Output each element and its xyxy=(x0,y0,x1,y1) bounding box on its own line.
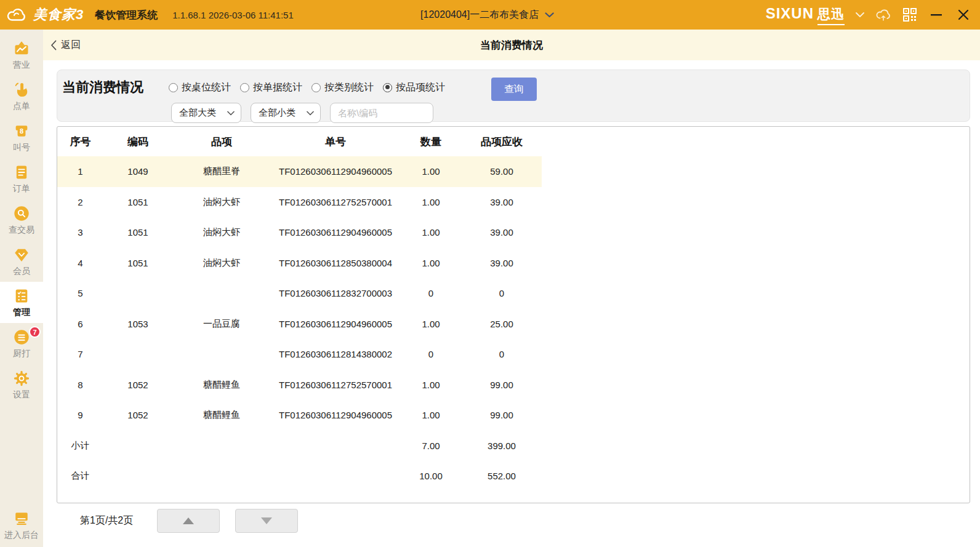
member-icon xyxy=(12,246,31,264)
sidebar-item-orders[interactable]: 订单 xyxy=(0,158,43,199)
table-row[interactable]: 11049糖醋里脊TF012603061129049600051.0059.00 xyxy=(57,156,542,187)
page-up-button[interactable] xyxy=(157,509,220,533)
trade-icon xyxy=(12,204,31,223)
sidebar-item-member[interactable]: 会员 xyxy=(0,241,43,282)
radio-label: 按桌位统计 xyxy=(182,81,231,94)
table-cell: 5 xyxy=(57,288,103,298)
sidebar: 营业点单8叫号订单查交易会员管理7厨打设置 进入后台 xyxy=(0,30,43,547)
brand-chevron-down-icon[interactable] xyxy=(856,12,864,17)
table-row[interactable]: 5TF0126030611283270000300 xyxy=(57,278,542,309)
table-row[interactable]: 31051油焖大虾TF012603061129049600051.0039.00 xyxy=(57,217,542,248)
app-name: 美食家3 xyxy=(33,6,84,24)
brand-cn: 思迅 xyxy=(817,6,845,25)
page-title: 当前消费情况 xyxy=(43,38,980,52)
table-cell: 0 xyxy=(462,349,542,359)
sidebar-item-settings[interactable]: 设置 xyxy=(0,364,43,405)
radio-option-0[interactable]: 按桌位统计 xyxy=(169,81,231,94)
sidebar-item-label: 点单 xyxy=(13,101,30,112)
chevron-left-icon xyxy=(50,40,57,50)
table-cell: 9 xyxy=(57,410,103,420)
table-cell: 7 xyxy=(57,349,103,359)
table-cell: TF01260306112904960005 xyxy=(271,410,400,420)
radio-option-3[interactable]: 按品项统计 xyxy=(383,81,445,94)
sidebar-item-order[interactable]: 点单 xyxy=(0,76,43,117)
table-cell: 1.00 xyxy=(400,166,462,177)
total-qty: 10.00 xyxy=(400,471,462,481)
table-row[interactable]: 81052糖醋鲤鱼TF012603061127525700011.0099.00 xyxy=(57,370,542,401)
search-input[interactable] xyxy=(330,103,433,123)
table-row[interactable]: 21051油焖大虾TF012603061127525700011.0039.00 xyxy=(57,187,542,218)
sidebar-item-trade[interactable]: 查交易 xyxy=(0,199,43,241)
page-down-button[interactable] xyxy=(235,509,298,533)
cloud-sync-icon[interactable] xyxy=(875,8,891,22)
pagination: 第1页/共2页 xyxy=(57,509,970,533)
table-cell: 1052 xyxy=(103,380,172,390)
category-select[interactable]: 全部大类 xyxy=(171,103,241,123)
table-cell: 油焖大虾 xyxy=(172,226,271,238)
col-header-seq: 序号 xyxy=(57,135,103,149)
order-icon xyxy=(12,81,31,99)
radio-circle-icon xyxy=(311,83,321,92)
sidebar-item-label: 设置 xyxy=(13,389,30,401)
sidebar-item-business[interactable]: 营业 xyxy=(0,34,43,76)
radio-option-2[interactable]: 按类别统计 xyxy=(311,81,374,94)
radio-option-1[interactable]: 按单据统计 xyxy=(240,81,302,94)
sidebar-item-label: 进入后台 xyxy=(4,530,39,541)
table-cell: 油焖大虾 xyxy=(172,196,271,208)
table-cell: 糖醋鲤鱼 xyxy=(172,379,271,391)
table-cell: TF01260306112832700003 xyxy=(271,288,400,298)
minimize-button[interactable] xyxy=(928,7,944,23)
sidebar-item-label: 叫号 xyxy=(13,142,30,153)
table-cell: 1.00 xyxy=(400,197,462,207)
table-cell: 39.00 xyxy=(462,258,542,268)
topbar-left: 美食家3 餐饮管理系统 1.1.68.1 2026-03-06 11:41:51 xyxy=(6,6,294,24)
col-header-code: 编码 xyxy=(103,135,172,149)
table-cell: TF01260306112904960005 xyxy=(271,227,400,238)
radio-group: 按桌位统计按单据统计按类别统计按品项统计 xyxy=(169,81,445,94)
sidebar-item-label: 订单 xyxy=(13,183,30,194)
topbar-right: SIXUN 思迅 xyxy=(766,5,971,25)
table-cell: 1053 xyxy=(103,319,172,329)
table-row[interactable]: 7TF0126030611281438000200 xyxy=(57,339,542,370)
kitchen-icon xyxy=(12,328,31,346)
table-cell: 1.00 xyxy=(400,227,462,238)
sidebar-item-kitchen[interactable]: 7厨打 xyxy=(0,323,43,364)
sidebar-spacer xyxy=(0,405,43,500)
filter-panel: 当前消费情况 按桌位统计按单据统计按类别统计按品项统计 查询 全部大类 全部小类 xyxy=(57,70,970,122)
sidebar-item-label: 会员 xyxy=(13,266,30,277)
sidebar-item-label: 营业 xyxy=(13,60,30,71)
sidebar-item-call[interactable]: 8叫号 xyxy=(0,117,43,158)
table-row[interactable]: 61053一品豆腐TF012603061129049600051.0025.00 xyxy=(57,309,542,340)
settings-icon xyxy=(12,369,31,388)
content: 当前消费情况 按桌位统计按单据统计按类别统计按品项统计 查询 全部大类 全部小类 xyxy=(43,60,980,533)
backstage-monitor-icon xyxy=(13,510,30,529)
subcategory-select-value: 全部小类 xyxy=(259,107,295,119)
table-cell: 3 xyxy=(57,227,103,238)
app-logo-cloud-icon xyxy=(6,7,27,23)
subheader: 返回 当前消费情况 xyxy=(43,30,980,60)
sidebar-item-label: 管理 xyxy=(13,307,30,318)
store-selector[interactable]: [12020404]一二布布美食店 xyxy=(420,0,554,30)
table-row[interactable]: 91052糖醋鲤鱼TF012603061129049600051.0099.00 xyxy=(57,400,542,431)
query-button[interactable]: 查询 xyxy=(491,78,537,101)
qr-code-icon[interactable] xyxy=(902,7,917,22)
sidebar-item-backstage[interactable]: 进入后台 xyxy=(0,500,43,547)
radio-circle-icon xyxy=(383,83,392,92)
subtotal-label: 小计 xyxy=(57,440,103,452)
back-button[interactable]: 返回 xyxy=(50,39,81,52)
table-cell: 39.00 xyxy=(462,197,542,207)
business-icon xyxy=(12,39,31,58)
subcategory-select[interactable]: 全部小类 xyxy=(251,103,321,123)
sidebar-item-manage[interactable]: 管理 xyxy=(0,282,43,323)
table-cell: 1.00 xyxy=(400,258,462,268)
consumption-table: 序号 编码 品项 单号 数量 品项应收 11049糖醋里脊TF012603061… xyxy=(57,126,970,503)
subtotal-row: 小计 7.00 399.00 xyxy=(57,431,542,461)
table-cell: 0 xyxy=(400,288,462,298)
close-button[interactable] xyxy=(955,7,971,23)
total-amount: 552.00 xyxy=(462,471,542,481)
col-header-amount: 品项应收 xyxy=(462,135,542,149)
table-cell: TF01260306112814380002 xyxy=(271,349,400,359)
table-row[interactable]: 41051油焖大虾TF012603061128503800041.0039.00 xyxy=(57,248,542,279)
table-cell: 25.00 xyxy=(462,319,542,329)
radio-circle-icon xyxy=(169,83,178,92)
